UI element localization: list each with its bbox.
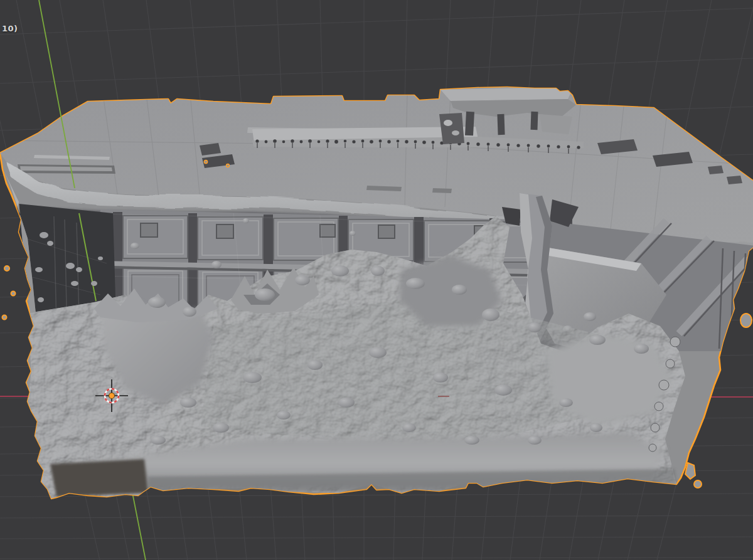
debris-island <box>740 314 752 327</box>
debris-island <box>694 480 702 488</box>
selected-mesh-object[interactable] <box>0 87 753 499</box>
debris-island <box>3 315 7 320</box>
debris-island <box>4 266 9 271</box>
axis-y-line-bottom <box>132 493 146 560</box>
viewport-scene <box>0 0 753 560</box>
debris-island <box>11 292 16 296</box>
blender-3d-viewport[interactable]: 10) <box>0 0 753 560</box>
debris-island <box>685 463 695 479</box>
origin-point-icon <box>109 393 115 399</box>
bottom-left-under-shadow <box>50 459 148 497</box>
viewport-overlay-text: 10) <box>2 24 18 33</box>
